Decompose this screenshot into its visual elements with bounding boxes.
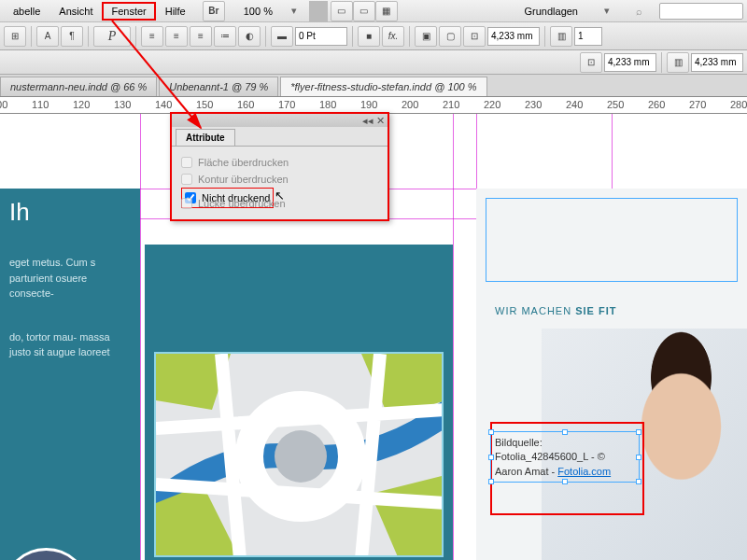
left-page: Ih eget metus. Cum s parturient osuere c… xyxy=(0,189,140,560)
body-text-1: eget metus. Cum s parturient osuere cons… xyxy=(9,255,131,301)
chk-kontur: Kontur überdrucken xyxy=(181,171,378,188)
align-center-icon[interactable]: ≡ xyxy=(165,26,188,47)
frame-icon[interactable]: ▢ xyxy=(439,26,461,47)
panel-close-icon[interactable]: ✕ xyxy=(376,115,385,127)
center-panel: Öffnungszeiten: Mo. – Fr. 8.00 – 22.00 U… xyxy=(145,245,453,560)
control-toolbar-2: ⊡ 4,233 mm ▥ 4,233 mm xyxy=(0,50,747,75)
bridge-icon[interactable]: Br xyxy=(203,1,225,21)
menu-hilfe[interactable]: Hilfe xyxy=(156,2,195,21)
zoom-level[interactable]: 100 % xyxy=(234,2,282,21)
align-left-icon[interactable]: ≡ xyxy=(141,26,163,47)
map-graphic xyxy=(154,352,444,557)
cursor-icon: ↖ xyxy=(275,189,285,203)
document-tabs: nustermann-neu.indd @ 66 % Unbenannt-1 @… xyxy=(0,75,747,97)
fx-icon[interactable]: fx. xyxy=(382,26,404,47)
fotolia-link[interactable]: Fotolia.com xyxy=(557,466,611,477)
tab-doc-3[interactable]: *flyer-fitness-studio-stefan.indd @ 100 … xyxy=(280,77,486,96)
wrap-icon[interactable]: ▣ xyxy=(415,26,437,47)
panel-collapse-icon[interactable]: ◂◂ xyxy=(362,115,374,127)
search-input[interactable] xyxy=(659,3,743,20)
para-style-icon[interactable]: ¶ xyxy=(61,26,83,47)
panel-tab-attribute[interactable]: Attribute xyxy=(176,129,235,146)
tab-doc-1[interactable]: nustermann-neu.indd @ 66 % xyxy=(0,77,157,96)
menu-fenster[interactable]: Fenster xyxy=(102,2,155,21)
gutter-field[interactable]: 4,233 mm xyxy=(691,53,743,72)
gutter-icon[interactable]: ▥ xyxy=(667,52,689,73)
panel-body: Fläche überdrucken Kontur überdrucken Ni… xyxy=(172,146,388,219)
menu-bar: abelle Ansicht Fenster Hilfe Br 100 % ▾ … xyxy=(0,0,747,22)
fit-icon[interactable]: ⊡ xyxy=(463,26,486,47)
left-heading: Ih xyxy=(9,198,131,227)
screen-mode-icon[interactable]: ▭ xyxy=(353,1,375,21)
menu-tabelle[interactable]: abelle xyxy=(4,2,49,21)
attributes-panel[interactable]: ◂◂ ✕ Attribute Fläche überdrucken Kontur… xyxy=(170,112,389,221)
arrange-icon[interactable]: ▦ xyxy=(375,1,398,21)
image-credit-text: Bildquelle: Fotolia_42845600_L - © Aaron… xyxy=(495,436,611,479)
align-right-icon[interactable]: ≡ xyxy=(190,26,212,47)
runner-photo xyxy=(2,548,91,560)
frame-guide xyxy=(486,198,738,282)
stroke-weight[interactable]: 0 Pt xyxy=(295,27,347,46)
effects-icon[interactable]: ◐ xyxy=(238,26,261,47)
ref-point-icon[interactable]: ⊞ xyxy=(4,26,26,47)
menu-ansicht[interactable]: Ansicht xyxy=(49,2,102,21)
headline: WIR MACHEN SIE FIT xyxy=(495,296,616,320)
list-icon[interactable]: ≔ xyxy=(214,26,236,47)
cols-field[interactable]: 1 xyxy=(574,27,602,46)
font-icon[interactable]: P xyxy=(93,26,131,47)
body-text-2: do, tortor mau- massa justo sit augue la… xyxy=(9,329,131,360)
char-style-icon[interactable]: A xyxy=(36,26,59,47)
control-toolbar: ⊞ A ¶ P ≡ ≡ ≡ ≔ ◐ ▬ 0 Pt ■ fx. ▣ ▢ ⊡ 4,2… xyxy=(0,22,747,50)
height-field[interactable]: 4,233 mm xyxy=(604,53,656,72)
chk-flaeche: Fläche überdrucken xyxy=(181,154,378,171)
stroke-icon[interactable]: ▬ xyxy=(271,26,293,47)
search-icon: ⌕ xyxy=(627,2,652,21)
fit2-icon[interactable]: ⊡ xyxy=(580,52,602,73)
cols-icon[interactable]: ▥ xyxy=(550,26,572,47)
fill-icon[interactable]: ■ xyxy=(358,26,380,47)
workspace-switcher[interactable]: Grundlagen xyxy=(515,2,588,21)
panel-titlebar[interactable]: ◂◂ ✕ xyxy=(172,114,388,127)
view-mode-icon[interactable]: ▭ xyxy=(331,1,353,21)
svg-point-2 xyxy=(275,430,327,483)
width-field[interactable]: 4,233 mm xyxy=(487,27,540,46)
tab-doc-2[interactable]: Unbenannt-1 @ 79 % xyxy=(159,77,278,96)
